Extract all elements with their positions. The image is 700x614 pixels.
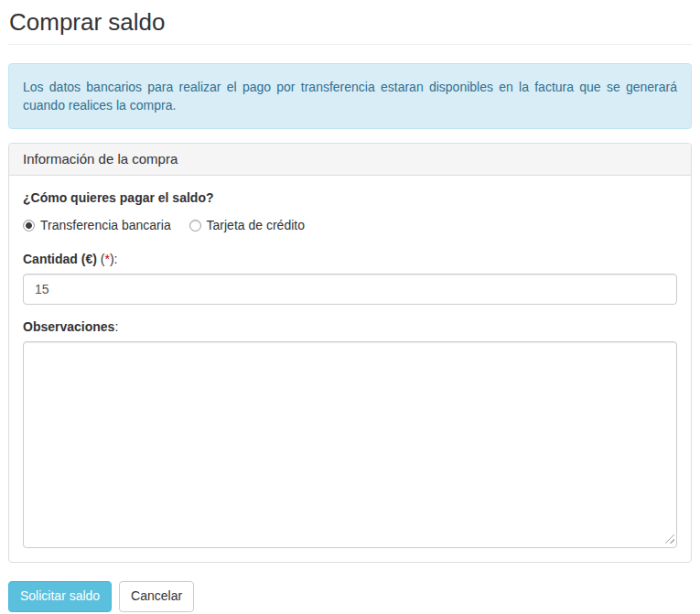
observations-textarea-wrap (23, 341, 677, 548)
panel-heading: Información de la compra (9, 144, 691, 176)
page-title: Comprar saldo (8, 9, 692, 36)
purchase-info-panel: Información de la compra ¿Cómo quieres p… (8, 143, 692, 563)
observations-label-text: Observaciones (23, 319, 114, 334)
payment-question-label: ¿Cómo quieres pagar el saldo? (23, 189, 677, 208)
amount-label: Cantidad (€) (*): (23, 251, 117, 269)
amount-label-text: Cantidad (€) (23, 252, 97, 266)
amount-colon: : (114, 252, 118, 266)
transferencia-radio-label: Transferencia bancaria (40, 217, 171, 235)
tarjeta-radio-label: Tarjeta de crédito (207, 217, 305, 235)
payment-options-group: Transferencia bancaria Tarjeta de crédit… (23, 217, 677, 235)
panel-title: Información de la compra (23, 151, 677, 167)
cancel-button[interactable]: Cancelar (119, 581, 194, 612)
observations-textarea[interactable] (23, 341, 677, 548)
observations-colon: : (114, 319, 118, 334)
info-alert: Los datos bancarios para realizar el pag… (8, 63, 692, 129)
amount-form-group: Cantidad (€) (*): (23, 251, 677, 305)
page-container: Comprar saldo Los datos bancarios para r… (0, 0, 700, 614)
amount-input[interactable] (23, 274, 677, 305)
info-alert-text: Los datos bancarios para realizar el pag… (23, 80, 677, 113)
payment-option-transferencia[interactable]: Transferencia bancaria (23, 217, 171, 235)
tarjeta-radio[interactable] (189, 220, 201, 232)
form-actions: Solicitar saldo Cancelar (8, 581, 692, 612)
observations-label: Observaciones: (23, 318, 118, 337)
payment-option-tarjeta[interactable]: Tarjeta de crédito (189, 217, 305, 235)
panel-body: ¿Cómo quieres pagar el saldo? Transferen… (9, 176, 691, 562)
observations-form-group: Observaciones: (23, 318, 677, 548)
transferencia-radio[interactable] (23, 220, 35, 232)
submit-button[interactable]: Solicitar saldo (8, 581, 112, 612)
page-header: Comprar saldo (8, 9, 692, 45)
